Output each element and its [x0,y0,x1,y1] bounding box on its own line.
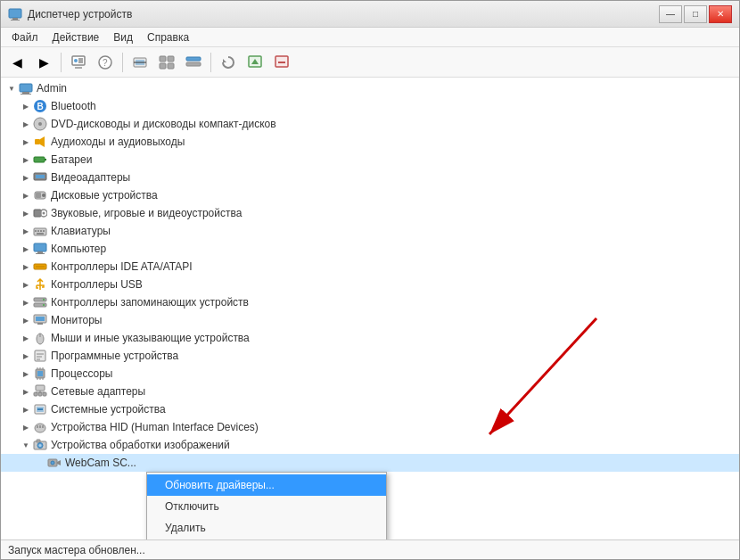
tree-item-audio[interactable]: ▶ Аудиоходы и аудиовыходы [1,133,739,151]
svg-point-31 [38,122,42,126]
tree-item-imaging[interactable]: ▼ Устройства обработки изображений [1,436,739,454]
tree-item-mice[interactable]: ▶ Мыши и иные указывающие устройства [1,329,739,347]
bluetooth-icon: B [33,99,47,113]
svg-rect-79 [43,392,46,396]
monitors-icon [33,313,47,327]
title-bar-left: Диспетчер устройств [8,7,132,21]
imaging-label: Устройства обработки изображений [51,439,230,451]
cpu-icon [33,366,47,381]
svg-rect-16 [160,63,166,69]
network-label: Сетевые адаптеры [51,385,145,398]
window-controls: — □ ✕ [659,5,732,23]
tree-item-dvd[interactable]: ▶ DVD-дисководы и дисководы компакт-диск… [1,115,739,133]
toolbar-view-devices[interactable] [154,50,179,75]
svg-rect-39 [36,193,41,198]
menu-file[interactable]: Файл [4,29,45,45]
svg-rect-8 [75,67,82,69]
usb-icon [33,277,47,292]
toolbar-forward[interactable]: ▶ [31,50,56,75]
programs-arrow: ▶ [19,349,33,363]
tree-item-system[interactable]: ▶ Системные устройства [1,400,739,418]
battery-label: Батареи [51,153,92,166]
toolbar-update[interactable] [243,50,267,75]
tree-item-usb[interactable]: ▶ Контроллеры USB [1,276,739,293]
menu-action[interactable]: Действие [45,29,107,45]
menu-view[interactable]: Вид [106,29,140,45]
svg-marker-94 [57,460,61,465]
svg-point-92 [39,444,42,447]
toolbar-scan[interactable] [127,50,152,75]
svg-rect-84 [37,408,43,410]
svg-rect-19 [186,62,201,66]
programs-label: Программные устройства [51,350,178,362]
tree-item-network[interactable]: ▶ Сетевые адаптеры [1,383,739,400]
storage-icon [33,295,47,309]
svg-rect-48 [43,230,45,232]
tree-item-sound[interactable]: ▶ Звуковые, игровые и видеоустройства [1,204,739,222]
tree-item-keyboard[interactable]: ▶ Клавиатуры [1,222,739,240]
video-label: Видеоадаптеры [51,171,130,184]
tree-item-webcam[interactable]: ▶ WebCam SC... [1,454,739,472]
svg-rect-61 [37,323,43,325]
minimize-button[interactable]: — [659,5,682,23]
sound-label: Звуковые, игровые и видеоустройства [51,207,242,219]
status-text: Запуск мастера обновлен... [8,544,145,556]
tree-item-computer[interactable]: ▶ Компьютер [1,240,739,258]
ctx-uninstall[interactable]: Удалить [147,517,386,539]
close-button[interactable]: ✕ [709,5,732,23]
computer-icon [33,242,47,256]
tree-item-cpu[interactable]: ▶ Процессоры [1,365,739,383]
toolbar-back[interactable]: ◀ [4,50,29,75]
dvd-icon [33,117,47,131]
toolbar-help[interactable]: ? [93,50,118,75]
ide-label: Контроллеры IDE ATA/ATAPI [51,260,193,273]
tree-item-programs[interactable]: ▶ Программные устройства [1,347,739,365]
svg-rect-46 [37,230,39,232]
storage-arrow: ▶ [19,295,33,309]
tree-item-ide[interactable]: ▶ Контроллеры IDE ATA/ATAPI [1,258,739,276]
keyboard-icon [33,224,47,238]
maximize-button[interactable]: □ [684,5,707,23]
device-tree[interactable]: ▼ Admin ▶ B [1,78,739,539]
svg-rect-47 [40,230,42,232]
ctx-update-drivers[interactable]: Обновить драйверы... [147,474,386,496]
svg-rect-14 [160,56,166,62]
tree-item-monitors[interactable]: ▶ Мониторы [1,311,739,329]
tree-item-storage[interactable]: ▶ Контроллеры запоминающих устройств [1,293,739,311]
toolbar-properties[interactable] [66,50,91,75]
toolbar-view-connections[interactable] [181,50,206,75]
computer-label: Компьютер [51,243,106,255]
tree-item-hid[interactable]: ▶ Устройства HID (Human Interface Device… [1,418,739,436]
tree-item-battery[interactable]: ▶ Батареи [1,151,739,169]
audio-label: Аудиоходы и аудиовыходы [51,136,185,148]
tree-root-admin[interactable]: ▼ Admin [1,79,739,97]
mice-icon [33,331,47,345]
webcam-icon [47,456,62,470]
window-title: Диспетчер устройств [28,8,132,21]
svg-rect-76 [36,385,45,391]
storage-label: Контроллеры запоминающих устройств [51,296,249,309]
system-label: Системные устройства [51,403,166,416]
tree-item-disk[interactable]: ▶ Дисковые устройства [1,186,739,204]
monitors-label: Мониторы [51,314,102,326]
svg-text:?: ? [103,58,108,68]
root-arrow: ▼ [4,81,19,95]
toolbar-sep-1 [61,53,62,72]
dvd-label: DVD-дисководы и дисководы компакт-дисков [51,118,276,130]
ctx-disable[interactable]: Отключить [147,496,386,517]
tree-item-video[interactable]: ▶ Видеоадаптеры [1,169,739,186]
computer-arrow: ▶ [19,242,33,256]
menu-help[interactable]: Справка [140,29,196,45]
svg-marker-20 [223,59,226,62]
usb-arrow: ▶ [19,277,33,292]
svg-rect-90 [37,440,40,442]
admin-icon [19,81,33,95]
svg-point-43 [43,212,45,215]
svg-rect-49 [37,233,44,235]
keyboard-label: Клавиатуры [51,225,111,237]
cpu-label: Процессоры [51,367,113,380]
webcam-label: WebCam SC... [65,457,136,469]
toolbar-refresh[interactable] [216,50,241,75]
toolbar-remove[interactable] [269,50,294,75]
tree-item-bluetooth[interactable]: ▶ B Bluetooth [1,97,739,115]
